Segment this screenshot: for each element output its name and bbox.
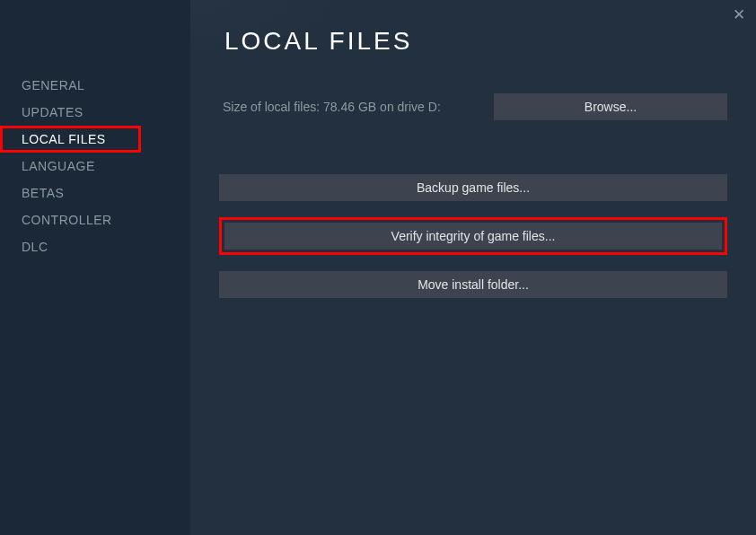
sidebar: GENERAL UPDATES LOCAL FILES LANGUAGE BET… — [0, 0, 190, 535]
sidebar-item-general[interactable]: GENERAL — [0, 72, 190, 99]
browse-button[interactable]: Browse... — [494, 93, 727, 120]
sidebar-item-betas[interactable]: BETAS — [0, 180, 190, 206]
sidebar-item-local-files[interactable]: LOCAL FILES — [0, 126, 141, 153]
sidebar-item-controller[interactable]: CONTROLLER — [0, 206, 190, 233]
move-button[interactable]: Move install folder... — [219, 271, 727, 298]
sidebar-item-language[interactable]: LANGUAGE — [0, 153, 190, 180]
sidebar-item-dlc[interactable]: DLC — [0, 233, 190, 260]
sidebar-item-updates[interactable]: UPDATES — [0, 99, 190, 126]
size-row: Size of local files: 78.46 GB on drive D… — [219, 93, 727, 120]
size-text: Size of local files: 78.46 GB on drive D… — [223, 100, 441, 114]
backup-button[interactable]: Backup game files... — [219, 174, 727, 201]
main-panel: ✕ LOCAL FILES Size of local files: 78.46… — [190, 0, 756, 535]
close-button[interactable]: ✕ — [733, 7, 745, 22]
page-title: LOCAL FILES — [224, 27, 727, 56]
verify-highlight: Verify integrity of game files... — [219, 217, 727, 255]
verify-button[interactable]: Verify integrity of game files... — [224, 223, 722, 250]
